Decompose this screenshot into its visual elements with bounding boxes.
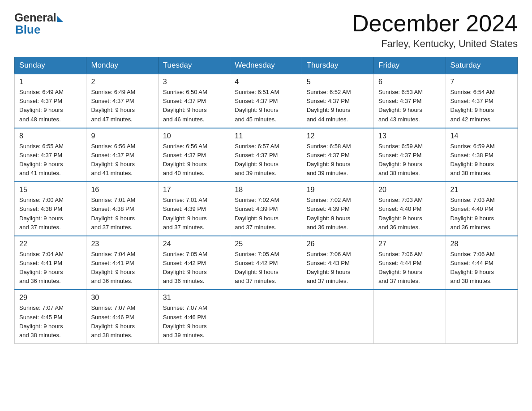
sunset-label: Sunset: 4:37 PM (163, 98, 206, 104)
sunrise-label: Sunrise: 6:49 AM (19, 89, 64, 95)
day-info: Sunrise: 6:54 AM Sunset: 4:37 PM Dayligh… (450, 88, 513, 124)
day-info: Sunrise: 7:07 AM Sunset: 4:46 PM Dayligh… (91, 304, 153, 340)
sunset-label: Sunset: 4:37 PM (378, 152, 421, 158)
sunrise-label: Sunrise: 6:59 AM (378, 143, 423, 150)
day-info: Sunrise: 6:58 AM Sunset: 4:37 PM Dayligh… (307, 142, 369, 178)
daylight-minutes: and 42 minutes. (450, 116, 492, 123)
day-info: Sunrise: 7:03 AM Sunset: 4:40 PM Dayligh… (450, 196, 513, 232)
sunrise-label: Sunrise: 7:01 AM (91, 197, 135, 203)
weekday-header-row: SundayMondayTuesdayWednesdayThursdayFrid… (15, 57, 518, 74)
sunset-label: Sunset: 4:37 PM (450, 98, 493, 104)
location-text: Farley, Kentucky, United States (352, 38, 518, 50)
sunrise-label: Sunrise: 7:06 AM (378, 251, 423, 257)
day-number: 21 (450, 186, 513, 194)
daylight-minutes: and 38 minutes. (91, 332, 133, 338)
day-number: 10 (163, 132, 225, 140)
daylight-label: Daylight: 9 hours (91, 323, 135, 330)
daylight-label: Daylight: 9 hours (235, 161, 279, 167)
sunset-label: Sunset: 4:43 PM (307, 260, 350, 266)
day-info: Sunrise: 6:56 AM Sunset: 4:37 PM Dayligh… (91, 142, 153, 178)
daylight-minutes: and 36 minutes. (163, 278, 205, 284)
calendar-day-cell: 25 Sunrise: 7:05 AM Sunset: 4:42 PM Dayl… (230, 236, 302, 290)
daylight-label: Daylight: 9 hours (19, 161, 63, 167)
sunrise-label: Sunrise: 6:55 AM (19, 143, 64, 150)
daylight-label: Daylight: 9 hours (378, 269, 422, 275)
day-info: Sunrise: 6:49 AM Sunset: 4:37 PM Dayligh… (91, 88, 153, 124)
day-number: 5 (307, 78, 369, 86)
weekday-header-thursday: Thursday (302, 57, 373, 74)
day-info: Sunrise: 7:00 AM Sunset: 4:38 PM Dayligh… (19, 196, 82, 232)
day-info: Sunrise: 7:02 AM Sunset: 4:39 PM Dayligh… (235, 196, 297, 232)
daylight-minutes: and 41 minutes. (19, 170, 61, 176)
sunset-label: Sunset: 4:44 PM (450, 260, 493, 266)
day-number: 27 (378, 240, 441, 248)
daylight-minutes: and 39 minutes. (307, 170, 348, 176)
day-info: Sunrise: 6:59 AM Sunset: 4:37 PM Dayligh… (378, 142, 441, 178)
empty-cell (446, 290, 517, 343)
sunrise-label: Sunrise: 7:03 AM (450, 197, 495, 203)
sunrise-label: Sunrise: 7:04 AM (19, 251, 64, 257)
calendar-day-cell: 7 Sunrise: 6:54 AM Sunset: 4:37 PM Dayli… (446, 74, 517, 128)
sunrise-label: Sunrise: 7:05 AM (235, 251, 279, 257)
sunrise-label: Sunrise: 7:07 AM (19, 304, 64, 311)
sunrise-label: Sunrise: 6:56 AM (163, 143, 207, 150)
daylight-minutes: and 36 minutes. (378, 224, 420, 231)
calendar-day-cell: 8 Sunrise: 6:55 AM Sunset: 4:37 PM Dayli… (15, 128, 86, 182)
sunset-label: Sunset: 4:40 PM (378, 206, 421, 212)
daylight-label: Daylight: 9 hours (235, 107, 279, 113)
day-info: Sunrise: 6:52 AM Sunset: 4:37 PM Dayligh… (307, 88, 369, 124)
calendar-day-cell: 9 Sunrise: 6:56 AM Sunset: 4:37 PM Dayli… (86, 128, 158, 182)
day-number: 7 (450, 78, 513, 86)
daylight-label: Daylight: 9 hours (235, 215, 279, 222)
empty-cell (374, 290, 446, 343)
daylight-label: Daylight: 9 hours (378, 107, 422, 113)
daylight-minutes: and 46 minutes. (163, 116, 205, 123)
sunset-label: Sunset: 4:37 PM (307, 98, 350, 104)
sunset-label: Sunset: 4:37 PM (163, 152, 206, 158)
sunrise-label: Sunrise: 7:02 AM (307, 197, 351, 203)
sunrise-label: Sunrise: 7:06 AM (307, 251, 351, 257)
daylight-minutes: and 37 minutes. (91, 224, 133, 231)
weekday-header-sunday: Sunday (15, 57, 86, 74)
day-number: 31 (163, 294, 225, 302)
sunset-label: Sunset: 4:39 PM (307, 206, 350, 212)
weekday-header-monday: Monday (86, 57, 158, 74)
sunset-label: Sunset: 4:39 PM (235, 206, 278, 212)
daylight-minutes: and 38 minutes. (450, 278, 492, 284)
sunrise-label: Sunrise: 6:59 AM (450, 143, 495, 150)
daylight-label: Daylight: 9 hours (307, 161, 351, 167)
day-number: 15 (19, 186, 82, 194)
calendar-table: SundayMondayTuesdayWednesdayThursdayFrid… (14, 57, 518, 344)
sunrise-label: Sunrise: 7:02 AM (235, 197, 279, 203)
day-number: 14 (450, 132, 513, 140)
day-info: Sunrise: 6:55 AM Sunset: 4:37 PM Dayligh… (19, 142, 82, 178)
daylight-label: Daylight: 9 hours (163, 215, 207, 222)
sunrise-label: Sunrise: 6:56 AM (91, 143, 135, 150)
sunset-label: Sunset: 4:41 PM (91, 260, 134, 266)
logo: General Blue (14, 11, 63, 37)
daylight-label: Daylight: 9 hours (91, 107, 135, 113)
day-number: 25 (235, 240, 297, 248)
sunset-label: Sunset: 4:42 PM (235, 260, 278, 266)
day-number: 9 (91, 132, 153, 140)
calendar-day-cell: 30 Sunrise: 7:07 AM Sunset: 4:46 PM Dayl… (86, 290, 158, 343)
day-number: 8 (19, 132, 82, 140)
calendar-day-cell: 11 Sunrise: 6:57 AM Sunset: 4:37 PM Dayl… (230, 128, 302, 182)
day-number: 4 (235, 78, 297, 86)
sunrise-label: Sunrise: 7:03 AM (378, 197, 423, 203)
day-number: 26 (307, 240, 369, 248)
weekday-header-friday: Friday (374, 57, 446, 74)
day-info: Sunrise: 7:04 AM Sunset: 4:41 PM Dayligh… (19, 250, 82, 286)
daylight-label: Daylight: 9 hours (450, 269, 494, 275)
day-number: 12 (307, 132, 369, 140)
sunset-label: Sunset: 4:37 PM (235, 152, 278, 158)
calendar-day-cell: 28 Sunrise: 7:06 AM Sunset: 4:44 PM Dayl… (446, 236, 517, 290)
daylight-label: Daylight: 9 hours (19, 323, 63, 330)
day-info: Sunrise: 7:01 AM Sunset: 4:39 PM Dayligh… (163, 196, 225, 232)
day-number: 18 (235, 186, 297, 194)
empty-cell (230, 290, 302, 343)
daylight-minutes: and 38 minutes. (450, 170, 492, 176)
day-number: 6 (378, 78, 441, 86)
daylight-minutes: and 37 minutes. (235, 278, 276, 284)
day-number: 13 (378, 132, 441, 140)
